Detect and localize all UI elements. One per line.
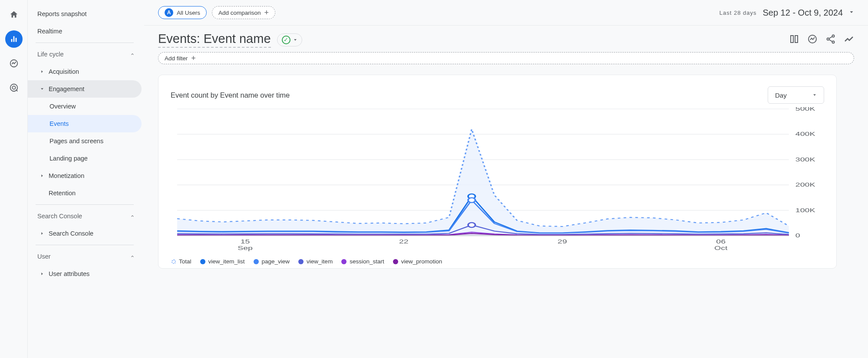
legend-item[interactable]: Total	[172, 258, 191, 265]
svg-text:400K: 400K	[795, 131, 815, 138]
insights-icon[interactable]	[807, 34, 818, 46]
legend-swatch	[200, 259, 205, 264]
report-status-button[interactable]: ✓	[277, 33, 302, 46]
svg-marker-9	[850, 11, 853, 13]
legend-item[interactable]: session_start	[341, 258, 384, 265]
svg-marker-4	[41, 70, 43, 73]
check-icon: ✓	[282, 36, 290, 44]
svg-text:300K: 300K	[795, 156, 815, 163]
svg-marker-8	[41, 273, 43, 275]
legend-swatch	[341, 259, 347, 264]
granularity-select[interactable]: Day	[768, 86, 824, 104]
svg-line-17	[829, 36, 832, 39]
svg-rect-11	[791, 36, 793, 43]
chart-card: Event count by Event name over time Day …	[158, 75, 837, 269]
home-icon[interactable]	[5, 6, 23, 23]
segment-all-users[interactable]: A All Users	[158, 6, 207, 19]
section-label: Life cycle	[37, 51, 63, 58]
divider	[36, 204, 134, 205]
share-icon[interactable]	[825, 34, 836, 46]
topbar: A All Users Add comparison + Last 28 day…	[144, 0, 868, 26]
legend-label: view_promotion	[401, 258, 442, 265]
main: A All Users Add comparison + Last 28 day…	[144, 0, 868, 358]
legend-label: page_view	[262, 258, 290, 265]
svg-text:29: 29	[558, 238, 567, 245]
legend-item[interactable]: view_item_list	[200, 258, 245, 265]
chart-legend: Totalview_item_listpage_viewview_itemses…	[171, 255, 824, 265]
sidebar: Reports snapshot Realtime Life cycle Acq…	[28, 0, 144, 358]
sidebar-item-landing-page[interactable]: Landing page	[28, 150, 142, 167]
svg-text:Sep: Sep	[238, 245, 253, 251]
sidebar-item-retention[interactable]: Retention	[28, 184, 142, 202]
legend-swatch	[254, 259, 259, 264]
sidebar-item-pages-screens[interactable]: Pages and screens	[28, 132, 142, 150]
divider	[36, 245, 134, 245]
sidebar-item-user-attributes[interactable]: User attributes	[28, 265, 142, 282]
add-comparison-button[interactable]: Add comparison +	[212, 6, 275, 19]
sidebar-item-reports-snapshot[interactable]: Reports snapshot	[28, 5, 142, 23]
sidebar-item-search-console[interactable]: Search Console	[28, 225, 142, 242]
chevron-down-icon	[293, 38, 297, 42]
sidebar-section-life-cycle[interactable]: Life cycle	[28, 46, 142, 63]
svg-text:200K: 200K	[795, 181, 815, 188]
chevron-up-icon	[130, 214, 135, 218]
chevron-right-icon	[40, 231, 44, 236]
title-actions	[789, 34, 854, 46]
svg-rect-12	[795, 36, 798, 43]
svg-text:500K: 500K	[795, 107, 815, 112]
section-label: Search Console	[37, 213, 82, 220]
chevron-down-icon	[812, 93, 817, 97]
svg-text:0: 0	[795, 232, 800, 239]
legend-item[interactable]: view_item	[298, 258, 333, 265]
sidebar-item-events[interactable]: Events	[28, 115, 142, 132]
legend-label: Total	[179, 258, 191, 265]
svg-marker-19	[813, 94, 816, 95]
plus-icon: +	[191, 54, 196, 62]
svg-text:06: 06	[716, 238, 726, 245]
legend-item[interactable]: page_view	[254, 258, 290, 265]
svg-marker-10	[294, 39, 297, 40]
trend-icon[interactable]	[844, 34, 854, 46]
page-title[interactable]: Events: Event name	[158, 32, 271, 48]
date-range[interactable]: Sep 12 - Oct 9, 2024	[762, 8, 843, 18]
chevron-right-icon	[40, 272, 44, 276]
sidebar-section-user[interactable]: User	[28, 248, 142, 265]
chevron-up-icon	[130, 52, 135, 56]
chart-title: Event count by Event name over time	[171, 91, 290, 99]
chevron-down-icon	[40, 87, 44, 91]
sidebar-item-monetization[interactable]: Monetization	[28, 167, 142, 184]
svg-text:22: 22	[399, 238, 409, 245]
segment-badge: A	[165, 8, 173, 17]
svg-point-40	[468, 223, 475, 227]
svg-text:100K: 100K	[795, 207, 815, 213]
customize-report-icon[interactable]	[789, 34, 799, 46]
chart: 0100K200K300K400K500K15Sep222906Oct	[171, 107, 824, 255]
chevron-up-icon	[130, 254, 135, 259]
divider	[36, 43, 134, 43]
sidebar-section-search-console[interactable]: Search Console	[28, 207, 142, 225]
titlebar: Events: Event name ✓	[144, 26, 868, 51]
svg-text:15: 15	[241, 238, 250, 245]
svg-marker-6	[41, 174, 43, 177]
icon-rail	[0, 0, 28, 358]
reports-icon[interactable]	[5, 30, 23, 48]
add-filter-button[interactable]: Add filter +	[158, 52, 854, 64]
sidebar-item-overview[interactable]: Overview	[28, 98, 142, 115]
svg-line-18	[829, 39, 832, 42]
svg-marker-5	[41, 88, 43, 89]
legend-item[interactable]: view_promotion	[393, 258, 442, 265]
explore-icon[interactable]	[5, 55, 23, 72]
sidebar-item-realtime[interactable]: Realtime	[28, 23, 142, 40]
sidebar-item-engagement[interactable]: Engagement	[28, 80, 142, 98]
date-dropdown-icon[interactable]	[849, 9, 854, 16]
chevron-right-icon	[40, 174, 44, 178]
legend-swatch	[298, 259, 304, 264]
chevron-right-icon	[40, 69, 44, 74]
sidebar-item-acquisition[interactable]: Acquisition	[28, 63, 142, 80]
section-label: User	[37, 253, 51, 260]
legend-swatch	[172, 259, 176, 264]
advertising-icon[interactable]	[5, 79, 23, 96]
legend-swatch	[393, 259, 398, 264]
segment-label: All Users	[177, 10, 200, 16]
svg-point-39	[468, 198, 475, 203]
